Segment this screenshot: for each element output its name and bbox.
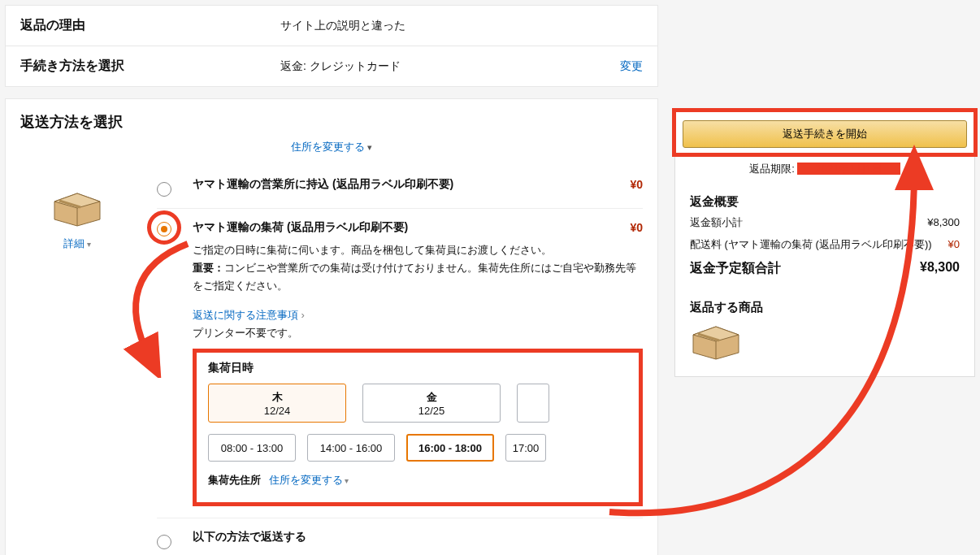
return-notice-link[interactable]: 返送に関する注意事項 (193, 308, 305, 323)
option-warning: 重要：コンビニや営業所での集荷は受け付けておりません。集荷先住所にはご自宅や勤務… (193, 259, 643, 295)
radio-dropoff[interactable] (157, 182, 171, 197)
summary-row: 返金額小計 ¥8,300 (690, 215, 960, 232)
summary-title: 返金概要 (690, 194, 960, 210)
option-price: ¥0 (630, 221, 643, 234)
start-button-highlight: 返送手続きを開始 (672, 108, 978, 157)
radio-pickup[interactable] (157, 222, 171, 236)
pickup-date-1[interactable]: 金 12/25 (362, 384, 501, 423)
details-link[interactable]: 詳細 (63, 236, 91, 251)
summary-card: 返送手続きを開始 返品期限: 2021年1月1日 返金概要 返金額小計 ¥8,3… (674, 111, 975, 377)
reason-value: サイト上の説明と違った (280, 19, 643, 33)
start-return-button[interactable]: 返送手続きを開始 (683, 120, 967, 148)
ship-title: 返送方法を選択 (6, 99, 657, 137)
pickup-time-1[interactable]: 14:00 - 16:00 (307, 434, 395, 462)
radio-other[interactable] (157, 535, 171, 549)
reason-row: 返品の理由 サイト上の説明と違った (6, 6, 657, 46)
summary-total: 返金予定額合計 ¥8,300 (690, 260, 960, 277)
ship-option-dropoff[interactable]: ヤマト運輸の営業所に持込 (返品用ラベル印刷不要) ¥0 (157, 166, 643, 209)
printer-note: プリンター不要です。 (193, 326, 643, 340)
return-deadline: 返品期限: 2021年1月1日 (690, 162, 960, 176)
ship-option-pickup[interactable]: ヤマト運輸の集荷 (返品用ラベル印刷不要) ¥0 ご指定の日時に集荷に伺います。… (157, 209, 643, 518)
pickup-time-0[interactable]: 08:00 - 13:00 (208, 434, 296, 462)
method-value: 返金: クレジットカード (280, 59, 620, 74)
return-item-thumb (690, 323, 960, 363)
option-title: ヤマト運輸の営業所に持込 (返品用ラベル印刷不要) (193, 177, 620, 192)
pickup-address-label: 集荷先住所 (208, 474, 261, 486)
pickup-time-3[interactable]: 17:00 (505, 434, 546, 462)
option-title: ヤマト運輸の集荷 (返品用ラベル印刷不要) (193, 220, 620, 235)
method-change-link[interactable]: 変更 (620, 59, 643, 74)
method-row: 手続き方法を選択 返金: クレジットカード 変更 (6, 46, 657, 86)
option-price: ¥0 (630, 178, 643, 191)
method-label: 手続き方法を選択 (20, 58, 280, 75)
pickup-date-more[interactable] (517, 384, 549, 423)
option-title: 以下の方法で返送する (193, 530, 643, 544)
pickup-title: 集荷日時 (208, 361, 627, 375)
change-address-link[interactable]: 住所を変更する (6, 137, 657, 166)
reason-label: 返品の理由 (20, 17, 280, 34)
pickup-time-2[interactable]: 16:00 - 18:00 (406, 434, 494, 462)
pickup-address-change[interactable]: 住所を変更する (269, 474, 349, 486)
pickup-date-0[interactable]: 木 12/24 (208, 384, 346, 423)
option-desc: ご指定の日時に集荷に伺います。商品を梱包して集荷員にお渡しください。 (193, 241, 643, 259)
summary-row: 配送料 (ヤマト運輸の集荷 (返品用ラベル印刷不要)) ¥0 (690, 236, 960, 254)
return-items-title: 返品する商品 (690, 300, 960, 315)
package-icon (51, 190, 103, 230)
ship-option-other[interactable]: 以下の方法で返送する (157, 518, 643, 555)
pickup-schedule-box: 集荷日時 木 12/24 金 12/25 (193, 349, 643, 506)
